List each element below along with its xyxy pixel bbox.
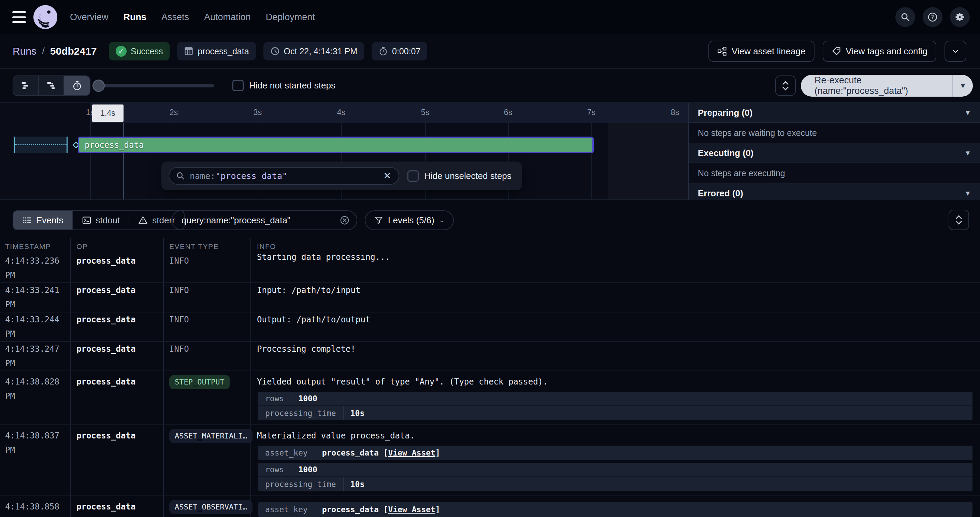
zoom-slider-handle[interactable] (92, 80, 105, 92)
cell-event-type: ASSET_MATERIALI… (163, 425, 250, 495)
cell-op: process_data (70, 425, 163, 495)
tick-5s: 5s (412, 108, 439, 117)
breadcrumb-runs-link[interactable]: Runs (13, 45, 37, 57)
job-name: process_data (197, 46, 249, 56)
time-cursor-line (123, 123, 124, 199)
nav-overview[interactable]: Overview (70, 12, 108, 22)
tab-stdout[interactable]: stdout (73, 211, 130, 230)
preparing-section-header[interactable]: Preparing (0) ▼ (689, 103, 980, 123)
errored-title: Errored (0) (698, 188, 743, 199)
hide-not-started-checkbox[interactable] (232, 80, 243, 91)
view-asset-link[interactable]: View Asset (388, 505, 435, 514)
metadata-row: rows1000 (258, 392, 972, 406)
metadata-key: asset_key (258, 446, 315, 460)
top-nav: Overview Runs Assets Automation Deployme… (0, 0, 980, 34)
gantt-toolbar: Hide not started steps Re-execute (name:… (0, 69, 980, 103)
filter-funnel-icon (374, 216, 383, 225)
primary-nav: Overview Runs Assets Automation Deployme… (70, 0, 315, 34)
flat-view-button[interactable] (13, 76, 39, 95)
tab-events[interactable]: Events (13, 211, 73, 230)
metadata-value: 1000 (291, 465, 324, 474)
cell-event-type: INFO (163, 254, 250, 282)
start-time: Oct 22, 4:14:31 PM (284, 46, 357, 56)
table-row: 4:14:38.828 PMprocess_dataSTEP_OUTPUTYie… (0, 371, 980, 425)
metadata-row: processing_time10s (258, 406, 972, 420)
hide-not-started-label: Hide not started steps (249, 80, 336, 91)
view-asset-link[interactable]: View Asset (388, 448, 435, 457)
log-toolbar: Events stdout stderr query:name:"process… (0, 200, 980, 238)
step-search-popup: name: "process_data" ✕ Hide unselected s… (161, 161, 522, 190)
cell-event-type: INFO (163, 342, 250, 370)
status-label: Success (131, 46, 163, 56)
job-badge[interactable]: process_data (177, 42, 256, 61)
metadata-value: 1000 (291, 394, 324, 403)
step-bar-process-data[interactable]: process_data (78, 137, 594, 153)
waterfall-view-button[interactable] (39, 76, 65, 95)
view-tags-config-label: View tags and config (846, 46, 928, 57)
nav-runs[interactable]: Runs (124, 12, 147, 22)
nav-deployment[interactable]: Deployment (266, 12, 315, 22)
step-waiting-box (14, 137, 68, 153)
log-filter-input[interactable]: query:name:"process_data" (171, 211, 357, 230)
executing-section-header[interactable]: Executing (0) ▼ (689, 144, 980, 163)
view-tags-config-button[interactable]: View tags and config (823, 41, 936, 62)
view-asset-lineage-button[interactable]: View asset lineage (708, 41, 814, 62)
more-run-actions-button[interactable] (945, 41, 966, 62)
search-icon (900, 12, 910, 22)
lineage-icon (717, 46, 727, 56)
table-row: 4:14:38.837 PMprocess_dataASSET_MATERIAL… (0, 425, 980, 496)
executing-title: Executing (0) (698, 148, 753, 158)
errored-section-header[interactable]: Errored (0) ▼ (689, 184, 980, 200)
help-icon: ? (928, 12, 938, 22)
reexecute-label: Re-execute (name:"process_data") (801, 75, 952, 96)
cell-event-type: INFO (163, 283, 250, 312)
help-button[interactable]: ? (923, 7, 942, 27)
run-header: Runs / 50db2417 ✓ Success process_data O… (0, 34, 980, 69)
hide-unselected-checkbox[interactable] (407, 171, 419, 182)
stopwatch-icon (72, 81, 82, 91)
gridline (90, 123, 91, 199)
info-text: Processing complete! (257, 342, 972, 356)
clock-icon (270, 46, 280, 56)
reexecute-button[interactable]: Re-execute (name:"process_data") ▼ (801, 75, 973, 97)
clear-search-icon[interactable]: ✕ (383, 171, 391, 181)
tick-6s: 6s (495, 108, 522, 117)
waiting-dotted-line (15, 144, 67, 145)
tab-stdout-label: stdout (96, 215, 120, 226)
clear-filter-icon[interactable] (339, 215, 350, 225)
flat-gantt-icon (21, 81, 31, 91)
metadata-key: processing_time (258, 406, 344, 420)
dagster-run-page: Overview Runs Assets Automation Deployme… (0, 0, 980, 517)
levels-dropdown[interactable]: Levels (5/6) ⌄ (365, 211, 454, 230)
stopwatch-icon (379, 46, 388, 56)
cell-timestamp: 4:14:33.247 PM (0, 342, 70, 370)
log-expand-button[interactable] (948, 210, 969, 230)
zoom-slider[interactable] (94, 84, 214, 88)
info-text: Output: /path/to/output (257, 313, 972, 327)
cell-info: asset_keyprocess_data [View Asset]deploy… (250, 496, 980, 517)
collapse-triangle-icon: ▼ (964, 190, 971, 197)
reexecute-caret-icon[interactable]: ▼ (953, 81, 973, 90)
executing-section-body: No steps are executing (689, 163, 980, 184)
step-search-input[interactable]: name: "process_data" ✕ (169, 167, 399, 185)
nav-assets[interactable]: Assets (161, 12, 189, 22)
nav-automation[interactable]: Automation (204, 12, 251, 22)
metadata-value: 10s (344, 409, 372, 418)
check-circle-icon: ✓ (116, 46, 127, 57)
event-log-table: TIMESTAMP OP EVENT TYPE INFO 4:14:33.236… (0, 238, 980, 517)
dagster-logo-icon[interactable] (33, 5, 58, 30)
timed-view-button[interactable] (64, 76, 90, 95)
search-button[interactable] (896, 7, 915, 27)
duration-badge: 0:00:07 (372, 42, 427, 61)
menu-icon[interactable] (12, 11, 26, 23)
cell-event-type: STEP_OUTPUT (163, 371, 250, 424)
metadata-table: rows1000processing_time10s (258, 463, 972, 491)
collapse-triangle-icon: ▼ (964, 149, 971, 157)
time-cursor-label: 1.4s (92, 104, 124, 122)
cell-info: Starting data processing... (250, 254, 980, 282)
view-asset-lineage-label: View asset lineage (732, 46, 805, 57)
warning-triangle-icon (138, 215, 148, 225)
cell-timestamp: 4:14:38.828 PM (0, 371, 70, 424)
gantt-fullscreen-button[interactable] (775, 75, 796, 96)
settings-button[interactable] (950, 7, 970, 27)
